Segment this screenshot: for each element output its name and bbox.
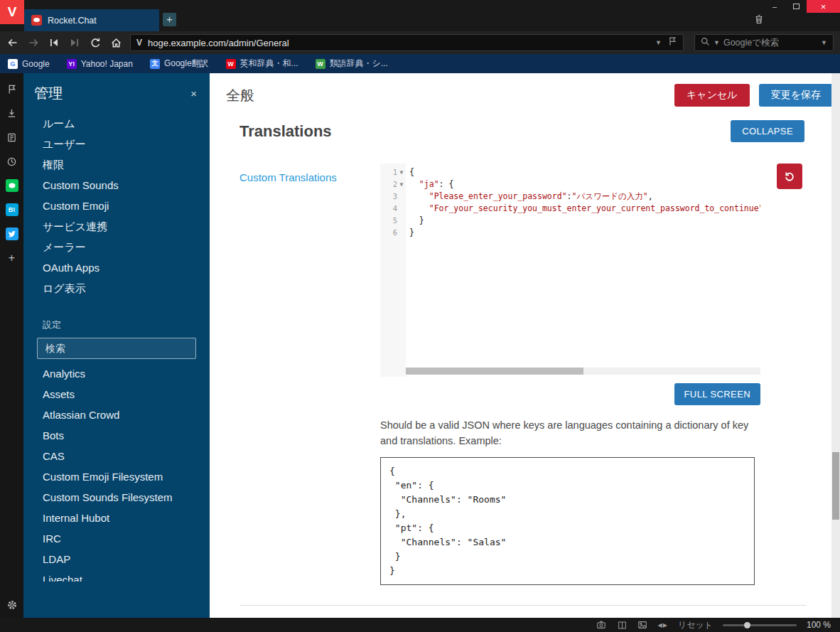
sidebar-item[interactable]: OAuth Apps (23, 257, 210, 278)
bookmark-item[interactable]: W 類語辞典・シ... (316, 58, 388, 70)
close-admin-icon[interactable]: × (190, 87, 197, 100)
sidebar-item[interactable]: ログ表示 (23, 278, 210, 299)
sidebar-item[interactable]: Analytics (23, 363, 210, 384)
webpanel-twitter-icon[interactable] (6, 227, 18, 240)
example-code-line: "Channels": "Salas" (389, 535, 745, 550)
sidebar-item[interactable]: Livechat (23, 569, 210, 582)
sidebar-item[interactable]: IRC (23, 528, 210, 549)
main-content: 全般 キャンセル 変更を保存 Translations COLLAPSE Cus… (210, 73, 840, 618)
sidebar-item[interactable]: Bots (23, 425, 210, 446)
bookmark-item[interactable]: W 英和辞典・和... (226, 58, 298, 70)
example-code-line: "en": { (389, 478, 745, 493)
save-changes-button[interactable]: 変更を保存 (759, 84, 833, 107)
example-code-line: }, (389, 507, 745, 521)
webpanel-hatena-icon[interactable]: B! (6, 203, 18, 216)
maximize-icon (793, 4, 799, 9)
example-code-line: "Channels": "Rooms" (389, 493, 745, 507)
title-bar: V Rocket.Chat + – × (0, 0, 840, 31)
sidebar-item[interactable]: ルーム (23, 113, 210, 134)
example-code-line: } (389, 564, 745, 578)
downloads-panel-icon[interactable] (6, 107, 18, 119)
sidebar-item[interactable]: 権限 (23, 154, 210, 175)
rewind-button[interactable] (48, 36, 60, 49)
closed-tabs-trash-icon[interactable] (753, 14, 766, 26)
notes-panel-icon[interactable] (6, 131, 18, 144)
bookmark-flag-icon[interactable] (667, 36, 677, 49)
section-divider (239, 605, 807, 606)
setting-help-text: Should be a valid JSON where keys are la… (380, 417, 758, 449)
example-code-line: } (389, 550, 745, 564)
sidebar-item[interactable]: Atlassian Crowd (23, 405, 210, 425)
zoom-reset-label[interactable]: リセット (678, 619, 713, 631)
bookmark-favicon: W (226, 59, 236, 69)
editor-horizontal-scrollbar[interactable] (406, 368, 760, 375)
home-button[interactable] (109, 36, 122, 49)
bookmarks-panel-icon[interactable] (6, 82, 18, 95)
sidebar-item[interactable]: ユーザー (23, 134, 210, 154)
sidebar-item[interactable]: Custom Sounds Filesystem (23, 487, 210, 508)
bookmark-label: Google翻訳 (164, 58, 209, 70)
capture-page-icon[interactable] (596, 620, 607, 631)
url-dropdown-icon[interactable]: ▼ (655, 39, 662, 46)
admin-title: 管理 (34, 84, 63, 103)
close-button[interactable]: × (807, 0, 840, 13)
main-scrollbar-thumb[interactable] (832, 452, 839, 520)
minimize-button[interactable]: – (764, 0, 785, 13)
images-toggle-icon[interactable] (637, 620, 648, 631)
fullscreen-button[interactable]: FULL SCREEN (674, 383, 761, 405)
site-info-badge[interactable]: V (136, 38, 142, 48)
page-header: 全般 キャンセル 変更を保存 (210, 73, 840, 116)
code-editor[interactable]: 1▼{2▼ "ja": {3 "Please_enter_your_passwo… (380, 164, 760, 377)
webpanel-line-icon[interactable] (6, 179, 18, 192)
bookmark-label: 類語辞典・シ... (330, 58, 388, 70)
tab-tiling-icon[interactable] (617, 620, 628, 631)
collapse-button[interactable]: COLLAPSE (731, 120, 804, 142)
bookmark-item[interactable]: 文 Google翻訳 (150, 58, 209, 70)
new-tab-button[interactable]: + (163, 13, 176, 26)
page-actions-icon[interactable]: ◀▶ (658, 622, 668, 628)
sidebar-item[interactable]: メーラー (23, 237, 210, 257)
zoom-slider-thumb[interactable] (744, 622, 750, 628)
bookmark-label: Yahoo! Japan (81, 59, 133, 69)
example-code-line: "pt": { (389, 521, 745, 535)
maximize-button[interactable] (785, 0, 807, 13)
bookmark-label: Google (22, 59, 50, 69)
sidebar-item[interactable]: Custom Sounds (23, 175, 210, 196)
admin-menu-list: ルーム ユーザー 権限 Custom Sounds Custom Emoji サ… (23, 113, 210, 299)
tab-rocketchat[interactable]: Rocket.Chat (24, 9, 159, 31)
sidebar-search-input[interactable] (37, 338, 196, 359)
reset-setting-button[interactable] (777, 164, 802, 189)
sidebar-item[interactable]: CAS (23, 446, 210, 466)
code-editor-wrap: 1▼{2▼ "ja": {3 "Please_enter_your_passwo… (380, 164, 760, 377)
cancel-button[interactable]: キャンセル (674, 84, 750, 107)
add-webpanel-button[interactable]: + (9, 252, 15, 264)
editor-hscroll-thumb[interactable] (406, 368, 583, 375)
vivaldi-logo[interactable]: V (0, 0, 24, 24)
address-bar[interactable]: V hoge.example.com/admin/General ▼ (130, 34, 684, 51)
search-placeholder: Googleで検索 (723, 37, 817, 49)
rocketchat-favicon (31, 15, 42, 26)
main-scrollbar[interactable] (831, 73, 840, 618)
forward-button[interactable] (27, 36, 40, 49)
reload-button[interactable] (89, 36, 102, 49)
history-panel-icon[interactable] (6, 155, 18, 168)
sidebar-item[interactable]: Custom Emoji Filesystem (23, 466, 210, 487)
back-button[interactable] (6, 36, 19, 49)
sidebar-item[interactable]: Custom Emoji (23, 196, 210, 216)
vivaldi-panel-strip: B! + (0, 73, 23, 618)
zoom-slider[interactable] (723, 624, 797, 626)
bookmark-favicon: Y! (67, 59, 77, 69)
sidebar-item[interactable]: Assets (23, 384, 210, 405)
settings-gear-icon[interactable] (6, 599, 18, 611)
search-engine-dropdown-icon[interactable]: ▼ (714, 39, 720, 46)
search-bar[interactable]: ▼ Googleで検索 ▼ (694, 34, 834, 51)
search-engine-icon[interactable] (701, 36, 710, 49)
search-dropdown-icon[interactable]: ▼ (821, 39, 827, 46)
sidebar-item[interactable]: Internal Hubot (23, 508, 210, 528)
sidebar-item[interactable]: LDAP (23, 549, 210, 569)
sidebar-item[interactable]: サービス連携 (23, 216, 210, 237)
fast-forward-button[interactable] (68, 36, 81, 49)
bookmark-item[interactable]: G Google (8, 59, 50, 69)
admin-sidebar-header: 管理 × (23, 73, 210, 113)
bookmark-item[interactable]: Y! Yahoo! Japan (67, 59, 133, 69)
